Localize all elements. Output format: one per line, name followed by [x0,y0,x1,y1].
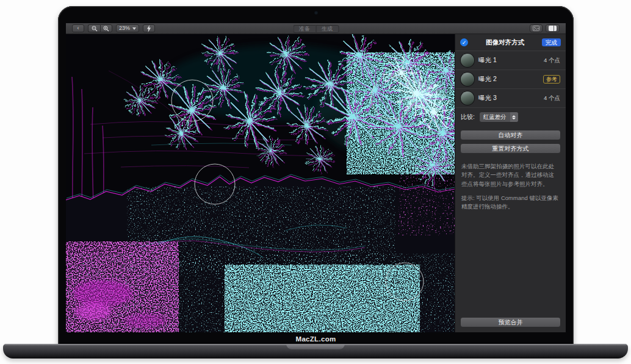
compare-select[interactable]: 红蓝差分 [479,112,519,123]
zoom-in-button[interactable] [100,24,112,32]
app-window: ‹ [66,23,566,332]
exposure-row[interactable]: 曝光 2 参考 [455,70,566,89]
alignment-description: 未借助三脚架拍摄的照片可以在此处对齐。定义一些对齐点，通过移动这些点将每张照片与… [461,162,560,188]
webcam-icon [314,11,318,15]
exposure-thumbnail [461,73,474,86]
tab-prepare[interactable]: 准备 [293,25,316,33]
preview-merge-button[interactable]: 预览合并 [460,317,561,327]
flash-button[interactable] [143,24,155,32]
zoom-level-select[interactable]: 23% [116,24,139,32]
chevron-up-icon [512,115,516,117]
auto-align-button[interactable]: 自动对齐 [460,130,561,140]
mode-tabs: 准备 生成 [293,25,339,33]
zoom-in-icon [103,26,109,32]
exposure-points-count: 4 个点 [544,57,560,65]
exposure-points-count: 4 个点 [544,95,560,102]
media-browser-button[interactable] [530,24,543,32]
compare-value: 红蓝差分 [480,112,510,122]
compare-label: 比较: [461,113,475,121]
done-button[interactable]: 完成 [542,38,561,47]
laptop-base [3,344,628,359]
sidebar-icon [549,26,557,31]
zoom-controls [88,24,112,32]
zoom-out-icon [92,26,98,32]
toolbar-right [530,24,560,32]
exposure-label: 曝光 3 [478,94,539,102]
status-check-icon: ✓ [460,38,468,46]
back-button[interactable]: ‹ [72,24,84,32]
photo-icon [533,26,539,31]
alignment-canvas[interactable] [66,34,455,332]
difference-image [66,34,455,332]
compare-row: 比较: 红蓝差分 [455,108,566,126]
sidebar-header: ✓ 图像对齐方式 完成 [455,34,566,51]
macbook-mockup: ‹ [0,0,631,364]
exposure-label: 曝光 1 [478,56,539,65]
content-area: ✓ 图像对齐方式 完成 曝光 1 4 个点 曝光 2 参考 [66,34,566,332]
brand-label: MacZL.com [58,335,574,343]
chevron-down-icon [132,27,136,30]
lid-notch [286,344,345,349]
back-icon: ‹ [78,26,79,31]
tab-generate[interactable]: 生成 [316,25,339,33]
alignment-tip: 提示: 可以使用 Command 键以亚像素精度进行拖动操作。 [461,194,560,212]
flash-icon [146,25,151,32]
reference-badge: 参考 [543,75,560,84]
exposure-label: 曝光 2 [478,75,539,84]
exposure-thumbnail [461,91,474,105]
stepper-icon [510,112,518,122]
sidebar-toggle-button[interactable] [546,24,560,32]
exposure-row[interactable]: 曝光 3 4 个点 [455,89,566,108]
alignment-sidebar: ✓ 图像对齐方式 完成 曝光 1 4 个点 曝光 2 参考 [455,34,566,332]
reset-align-button[interactable]: 重置对齐方式 [460,143,561,154]
zoom-out-button[interactable] [88,24,100,32]
exposure-row[interactable]: 曝光 1 4 个点 [455,51,566,70]
sidebar-title: 图像对齐方式 [472,38,538,47]
zoom-level-value: 23% [119,26,130,31]
exposure-thumbnail [461,54,474,67]
laptop-screen: ‹ [58,6,574,345]
chevron-down-icon [512,118,516,120]
toolbar: ‹ [66,23,566,34]
